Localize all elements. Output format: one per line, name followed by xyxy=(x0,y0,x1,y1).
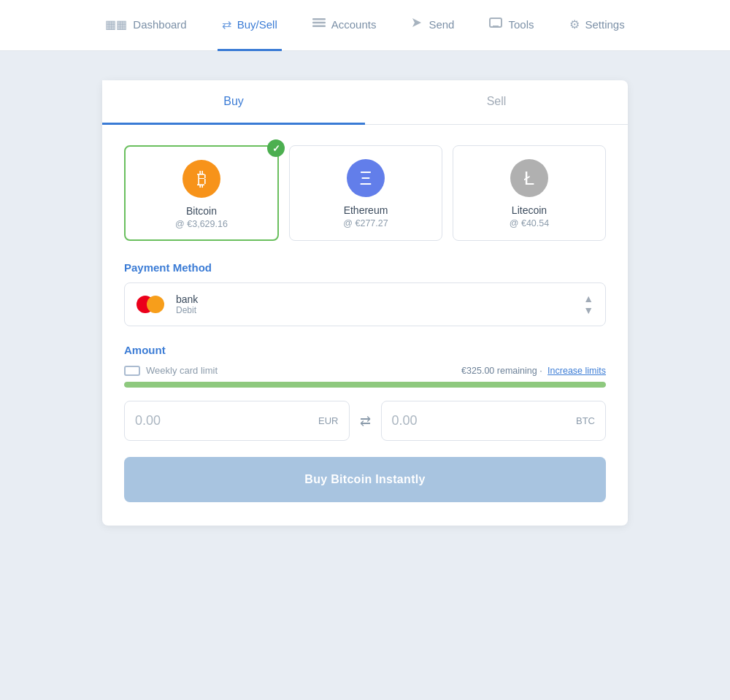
nav-send-label: Send xyxy=(429,18,454,31)
dot-separator: · xyxy=(539,366,542,376)
svg-rect-5 xyxy=(493,26,499,27)
tab-bar: Buy Sell xyxy=(102,80,628,125)
tab-buy[interactable]: Buy xyxy=(102,80,365,125)
eur-unit: EUR xyxy=(318,415,338,426)
tab-sell[interactable]: Sell xyxy=(365,80,628,125)
limit-right: €325.00 remaining · Increase limits xyxy=(461,366,606,376)
eur-value: 0.00 xyxy=(135,413,161,428)
remaining-amount: €325.00 remaining xyxy=(461,366,537,376)
nav-dashboard[interactable]: ▦▦ Dashboard xyxy=(101,0,191,51)
eth-icon: Ξ xyxy=(347,159,385,197)
send-icon xyxy=(411,17,423,31)
svg-marker-3 xyxy=(412,18,421,27)
chevron-updown-icon: ▲ ▼ xyxy=(583,293,593,315)
limit-left: Weekly card limit xyxy=(124,365,218,376)
mastercard-icon xyxy=(137,294,166,315)
limit-label: Weekly card limit xyxy=(146,365,218,376)
svg-rect-6 xyxy=(491,27,500,28)
svg-rect-1 xyxy=(312,22,326,24)
svg-rect-2 xyxy=(312,26,326,28)
amount-inputs: 0.00 EUR ⇄ 0.00 BTC xyxy=(124,401,606,441)
eth-name: Ethereum xyxy=(344,204,388,216)
crypto-card-ltc[interactable]: Ł Litecoin @ €40.54 xyxy=(453,145,606,241)
btc-value: 0.00 xyxy=(392,413,418,428)
card-body: ✓ ₿ Bitcoin @ €3,629.16 Ξ Ethereum @ €27… xyxy=(102,125,628,526)
nav-accounts-label: Accounts xyxy=(331,18,377,31)
ltc-name: Litecoin xyxy=(512,204,547,216)
limit-row: Weekly card limit €325.00 remaining · In… xyxy=(124,365,606,376)
crypto-card-eth[interactable]: Ξ Ethereum @ €277.27 xyxy=(289,145,442,241)
nav-settings-label: Settings xyxy=(585,18,625,31)
nav-settings[interactable]: ⚙ Settings xyxy=(565,0,629,51)
btc-input-field[interactable]: 0.00 BTC xyxy=(381,401,607,441)
eth-price: @ €277.27 xyxy=(343,218,388,228)
main-content: Buy Sell ✓ ₿ Bitcoin @ €3,629.16 Ξ Eth xyxy=(0,51,730,555)
accounts-icon xyxy=(312,18,326,31)
eur-input-field[interactable]: 0.00 EUR xyxy=(124,401,350,441)
payment-info: bank Debit xyxy=(176,293,583,315)
amount-section-title: Amount xyxy=(124,344,606,356)
tools-icon xyxy=(489,18,502,31)
btc-name: Bitcoin xyxy=(186,205,217,217)
increase-limits-link[interactable]: Increase limits xyxy=(548,366,606,376)
card-icon xyxy=(124,366,140,376)
navbar: ▦▦ Dashboard ⇄ Buy/Sell Accounts Send xyxy=(0,0,730,51)
progress-bar xyxy=(124,382,606,388)
swap-icon[interactable]: ⇄ xyxy=(357,413,374,429)
ltc-price: @ €40.54 xyxy=(510,218,549,228)
btc-price: @ €3,629.16 xyxy=(175,219,228,229)
nav-buysell-label: Buy/Sell xyxy=(237,18,277,31)
btc-unit: BTC xyxy=(576,415,595,426)
nav-accounts[interactable]: Accounts xyxy=(308,0,381,51)
payment-selector[interactable]: bank Debit ▲ ▼ xyxy=(124,282,606,326)
svg-rect-0 xyxy=(312,18,326,20)
crypto-options: ✓ ₿ Bitcoin @ €3,629.16 Ξ Ethereum @ €27… xyxy=(124,145,606,241)
buysell-icon: ⇄ xyxy=(222,18,231,31)
crypto-card-btc[interactable]: ✓ ₿ Bitcoin @ €3,629.16 xyxy=(124,145,279,241)
payment-section-title: Payment Method xyxy=(124,261,606,274)
dashboard-icon: ▦▦ xyxy=(105,18,127,31)
selected-check: ✓ xyxy=(267,139,285,157)
nav-dashboard-label: Dashboard xyxy=(133,18,186,31)
payment-name: bank xyxy=(176,293,583,305)
buy-button[interactable]: Buy Bitcoin Instantly xyxy=(124,457,606,502)
buy-sell-card: Buy Sell ✓ ₿ Bitcoin @ €3,629.16 Ξ Eth xyxy=(102,80,628,526)
nav-tools[interactable]: Tools xyxy=(485,0,538,51)
ltc-icon: Ł xyxy=(510,159,548,197)
nav-buysell[interactable]: ⇄ Buy/Sell xyxy=(218,0,282,51)
btc-icon: ₿ xyxy=(182,160,220,198)
nav-send[interactable]: Send xyxy=(407,0,458,51)
nav-tools-label: Tools xyxy=(508,18,534,31)
payment-type: Debit xyxy=(176,305,583,315)
progress-bar-fill xyxy=(124,382,606,388)
settings-icon: ⚙ xyxy=(569,18,580,31)
